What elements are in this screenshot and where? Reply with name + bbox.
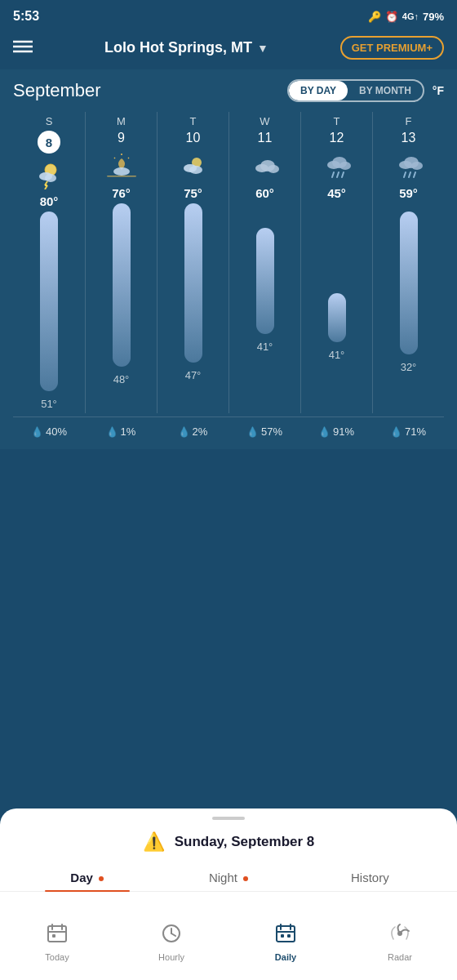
temp-bar bbox=[328, 293, 346, 342]
day-number: 10 bbox=[186, 131, 201, 145]
precip-cell-wed: 💧 57% bbox=[228, 425, 300, 438]
temp-bar-container bbox=[255, 203, 275, 334]
high-temp: 60° bbox=[255, 186, 274, 200]
monthly-header: September BY DAY BY MONTH °F bbox=[13, 79, 444, 102]
nav-daily[interactable]: Daily bbox=[228, 923, 343, 962]
premium-button[interactable]: GET PREMIUM+ bbox=[340, 36, 444, 60]
low-temp: 32° bbox=[401, 361, 417, 373]
svg-rect-44 bbox=[281, 934, 284, 938]
svg-rect-36 bbox=[52, 934, 55, 938]
detail-tabs: Day Night History bbox=[0, 864, 457, 892]
svg-rect-13 bbox=[107, 176, 136, 177]
drop-icon: 💧 bbox=[318, 426, 331, 438]
alert-icon: ⚠️ bbox=[143, 831, 165, 853]
svg-point-5 bbox=[45, 174, 56, 182]
day-col-mon[interactable]: M 9 76° 48° bbox=[85, 112, 157, 413]
svg-line-30 bbox=[409, 172, 410, 177]
svg-rect-32 bbox=[48, 926, 66, 942]
svg-line-39 bbox=[171, 933, 175, 936]
daily-icon bbox=[275, 923, 296, 949]
tab-history[interactable]: History bbox=[299, 864, 441, 891]
nav-hourly-label: Hourly bbox=[158, 952, 184, 962]
precip-cell-tue: 💧 2% bbox=[157, 425, 228, 438]
precip-cell-fri: 💧 71% bbox=[372, 425, 444, 438]
svg-line-31 bbox=[414, 172, 415, 177]
temp-bar-container bbox=[112, 203, 131, 367]
high-temp: 45° bbox=[327, 186, 346, 200]
tab-day[interactable]: Day bbox=[16, 864, 158, 891]
alarm-icon: ⏰ bbox=[385, 11, 398, 23]
temp-bar bbox=[400, 212, 418, 354]
bottom-sheet: ⚠️ Sunday, September 8 Day Night History bbox=[0, 808, 457, 915]
view-toggle[interactable]: BY DAY BY MONTH bbox=[287, 79, 424, 102]
status-icons: 🔑 ⏰ 4G↑ 79% bbox=[368, 11, 444, 23]
day-name: T bbox=[190, 115, 197, 127]
monthly-section: September BY DAY BY MONTH °F S 8 bbox=[0, 69, 457, 449]
weather-icon-tue bbox=[179, 152, 208, 181]
day-number: 11 bbox=[258, 131, 273, 145]
nav-hourly[interactable]: Hourly bbox=[114, 923, 228, 962]
day-col-wed[interactable]: W 11 60° 41° bbox=[228, 112, 300, 413]
chevron-down-icon: ▼ bbox=[257, 42, 268, 55]
menu-icon[interactable] bbox=[13, 38, 33, 59]
temp-bar bbox=[40, 212, 58, 391]
svg-point-9 bbox=[113, 167, 130, 176]
svg-rect-40 bbox=[277, 926, 295, 942]
location-title[interactable]: Lolo Hot Springs, MT ▼ bbox=[104, 39, 268, 56]
tab-night-label: Night bbox=[209, 871, 237, 884]
low-temp: 47° bbox=[185, 369, 202, 381]
unit-label: °F bbox=[433, 84, 444, 97]
weather-icon-sun bbox=[34, 160, 64, 189]
sheet-handle[interactable] bbox=[212, 817, 245, 820]
weather-icon-mon bbox=[107, 152, 136, 181]
weather-icon-fri bbox=[394, 152, 424, 181]
day-name: M bbox=[117, 115, 126, 127]
temp-bar bbox=[256, 228, 274, 334]
svg-line-24 bbox=[337, 172, 339, 177]
precip-cell-thu: 💧 91% bbox=[300, 425, 372, 438]
temp-bar bbox=[113, 203, 131, 367]
tab-night[interactable]: Night bbox=[158, 864, 299, 891]
alert-title: Sunday, September 8 bbox=[175, 834, 315, 850]
signal-icon: 4G↑ bbox=[402, 11, 419, 21]
alert-row: ⚠️ Sunday, September 8 bbox=[0, 831, 457, 864]
tab-day-label: Day bbox=[70, 871, 93, 884]
drop-icon: 💧 bbox=[246, 426, 259, 438]
weather-icon-thu bbox=[322, 152, 352, 181]
low-temp: 41° bbox=[329, 349, 345, 361]
by-month-button[interactable]: BY MONTH bbox=[348, 81, 423, 100]
day-name: F bbox=[406, 115, 412, 127]
temp-bar bbox=[184, 203, 202, 363]
high-temp: 76° bbox=[112, 186, 131, 200]
day-name: T bbox=[334, 115, 340, 127]
drop-icon: 💧 bbox=[31, 426, 43, 438]
day-col-tue[interactable]: T 10 75° 47° bbox=[157, 112, 228, 413]
bottom-nav: Today Hourly Daily bbox=[0, 915, 457, 980]
high-temp: 75° bbox=[184, 186, 202, 200]
key-icon: 🔑 bbox=[368, 11, 381, 23]
weather-icon-wed bbox=[251, 152, 280, 181]
by-day-button[interactable]: BY DAY bbox=[289, 81, 348, 100]
high-temp: 59° bbox=[399, 186, 418, 200]
tab-night-dot bbox=[243, 876, 248, 881]
day-number: 13 bbox=[402, 131, 416, 145]
battery-text: 79% bbox=[423, 11, 444, 23]
precip-value: 91% bbox=[333, 425, 354, 438]
low-temp: 41° bbox=[257, 341, 273, 353]
day-number: 9 bbox=[118, 131, 125, 145]
days-grid: S 8 80° 51° M 9 bbox=[13, 112, 444, 413]
day-col-thu[interactable]: T 12 45° 41° bbox=[300, 112, 372, 413]
day-col-sun[interactable]: S 8 80° 51° bbox=[13, 112, 85, 413]
temp-bar-container bbox=[39, 212, 59, 391]
precip-value: 40% bbox=[46, 425, 67, 438]
drop-icon: 💧 bbox=[390, 426, 402, 438]
day-col-fri[interactable]: F 13 59° 32° bbox=[372, 112, 444, 413]
drop-icon: 💧 bbox=[178, 426, 190, 438]
svg-line-29 bbox=[404, 172, 406, 177]
nav-radar[interactable]: Radar bbox=[343, 923, 457, 962]
tab-history-label: History bbox=[351, 871, 389, 884]
nav-today[interactable]: Today bbox=[0, 923, 114, 962]
low-temp: 48° bbox=[113, 373, 130, 385]
high-temp: 80° bbox=[40, 194, 59, 208]
header: Lolo Hot Springs, MT ▼ GET PREMIUM+ bbox=[0, 29, 457, 69]
